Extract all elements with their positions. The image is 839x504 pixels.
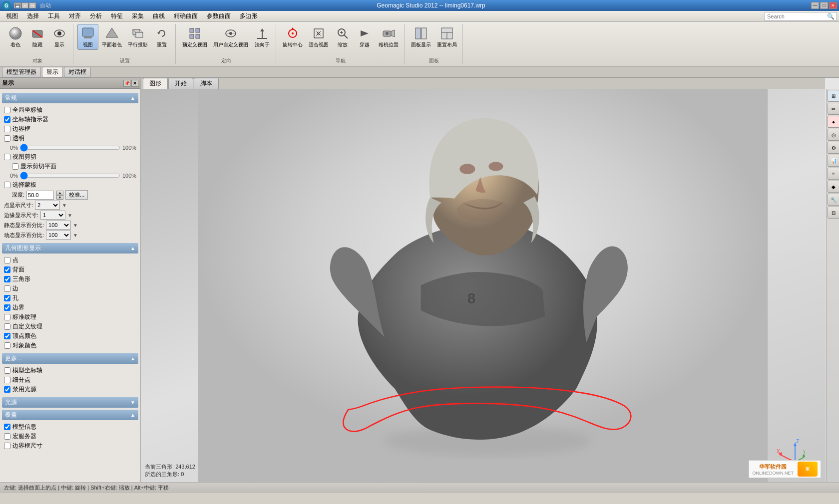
maximize-button[interactable]: □: [820, 2, 828, 9]
dynamic-percent-select[interactable]: 100755025: [46, 231, 71, 240]
triangle-checkbox[interactable]: [4, 276, 10, 282]
redo-btn[interactable]: ↪: [29, 2, 36, 8]
rt-button-9[interactable]: ⊟: [828, 207, 839, 219]
menu-item-tools[interactable]: 工具: [44, 11, 64, 21]
section-header-more: 更多... ▲: [2, 353, 138, 364]
flat-shading-button[interactable]: 平面着色: [99, 24, 124, 50]
zoom-button[interactable]: 缩放: [332, 24, 353, 50]
menu-item-curve[interactable]: 曲线: [149, 11, 169, 21]
panel-display-button[interactable]: 面板显示: [409, 24, 433, 50]
axis-indicator-checkbox[interactable]: [4, 116, 10, 123]
depth-spin-down[interactable]: ▼: [56, 195, 63, 200]
global-axis-checkbox[interactable]: [4, 107, 10, 113]
geometry-collapse-arrow[interactable]: ▲: [130, 246, 135, 251]
point-checkbox[interactable]: [4, 257, 10, 263]
point-size-select[interactable]: 21345: [35, 201, 60, 210]
view-button[interactable]: 视图: [77, 24, 98, 50]
undo-btn[interactable]: ↩: [21, 2, 28, 8]
close-button[interactable]: ✕: [829, 2, 837, 9]
custom-texture-checkbox[interactable]: [4, 323, 10, 330]
model-info-checkbox[interactable]: [4, 424, 10, 430]
rt-button-7[interactable]: ◆: [828, 181, 839, 193]
menu-item-polygon[interactable]: 多边形: [236, 11, 262, 21]
more-section-label: 更多...: [5, 354, 22, 363]
show-button[interactable]: 显示: [49, 24, 70, 50]
rt-button-5[interactable]: 📊: [828, 155, 839, 167]
rt-button-6[interactable]: ≡: [828, 168, 839, 180]
edge-checkbox[interactable]: [4, 285, 10, 292]
depth-spin-up[interactable]: ▲: [56, 191, 63, 195]
clipping-checkbox[interactable]: [4, 154, 10, 160]
menu-item-feature[interactable]: 特征: [107, 11, 127, 21]
backface-checkbox[interactable]: [4, 266, 10, 273]
tab-display[interactable]: 显示: [42, 67, 63, 77]
shading-button[interactable]: 着色: [5, 24, 26, 50]
hide-button[interactable]: 隐藏: [27, 24, 48, 50]
menu-item-select[interactable]: 选择: [23, 11, 43, 21]
more-collapse-arrow[interactable]: ▲: [130, 356, 135, 361]
edge-size-select[interactable]: 123: [40, 211, 65, 220]
clipping-slider[interactable]: [20, 172, 120, 179]
model-axis-checkbox[interactable]: [4, 367, 10, 374]
svg-rect-17: [196, 34, 200, 38]
menu-item-view[interactable]: 视图: [2, 11, 22, 21]
section-header-lighting: 光源 ▼: [2, 397, 138, 408]
quick-save-btn[interactable]: 💾: [14, 2, 21, 8]
macro-server-checkbox[interactable]: [4, 433, 10, 440]
search-box[interactable]: 🔍: [765, 12, 837, 21]
panel-close-button[interactable]: ✕: [131, 80, 138, 87]
fit-view-button[interactable]: 适合视图: [306, 24, 331, 50]
general-collapse-arrow[interactable]: ▲: [130, 95, 135, 101]
rt-button-3[interactable]: ◎: [828, 129, 839, 141]
transparent-checkbox[interactable]: [4, 135, 10, 142]
vertex-color-checkbox[interactable]: [4, 333, 10, 339]
minimize-button[interactable]: —: [811, 2, 819, 9]
panel-header-controls: 📌 ✕: [123, 80, 138, 87]
fly-through-button[interactable]: 穿越: [354, 24, 375, 50]
depth-input[interactable]: [26, 191, 54, 200]
reset-button[interactable]: 重置: [151, 24, 172, 50]
rt-button-2[interactable]: ●: [828, 116, 839, 128]
overlay-collapse-arrow[interactable]: ▲: [130, 412, 135, 418]
rt-button-8[interactable]: 🔧: [828, 194, 839, 206]
checkbox-row-edge: 边: [4, 284, 136, 293]
reset-layout-button[interactable]: 重置布局: [434, 24, 459, 50]
viewport-tab-start[interactable]: 开始: [168, 78, 193, 89]
subdivision-points-checkbox[interactable]: [4, 377, 10, 383]
panel-pin-button[interactable]: 📌: [123, 80, 130, 87]
normal-to-button[interactable]: 法向于: [252, 24, 273, 50]
camera-position-button[interactable]: 相机位置: [376, 24, 401, 50]
viewport[interactable]: 图形 开始 脚本: [141, 78, 839, 482]
lighting-collapse-arrow[interactable]: ▼: [130, 400, 135, 405]
parallel-projection-button[interactable]: 平行投影: [125, 24, 150, 50]
menu-item-param-surface[interactable]: 参数曲面: [203, 11, 235, 21]
tab-dialog[interactable]: 对话框: [64, 67, 91, 77]
predefined-view-button[interactable]: 预定义视图: [180, 24, 210, 50]
disable-lighting-checkbox[interactable]: [4, 386, 10, 393]
rotate-center-button[interactable]: 旋转中心: [280, 24, 305, 50]
navigation-group-label: 导航: [336, 56, 346, 64]
rt-button-1[interactable]: ✏: [828, 103, 839, 115]
tab-model-manager[interactable]: 模型管理器: [2, 67, 41, 77]
rt-button-4[interactable]: ⚙: [828, 142, 839, 154]
standard-texture-checkbox[interactable]: [4, 314, 10, 320]
selection-mask-checkbox[interactable]: [4, 182, 10, 188]
object-color-checkbox[interactable]: [4, 342, 10, 349]
bounding-size-checkbox[interactable]: [4, 443, 10, 449]
menu-item-precise-surface[interactable]: 精确曲面: [170, 11, 202, 21]
hole-checkbox[interactable]: [4, 295, 10, 301]
bounding-box-checkbox[interactable]: [4, 126, 10, 132]
viewport-tab-graphic[interactable]: 图形: [143, 78, 168, 89]
viewport-tab-script[interactable]: 脚本: [194, 78, 219, 89]
custom-view-button[interactable]: 用户自定义视图: [211, 24, 251, 50]
search-input[interactable]: [767, 13, 827, 19]
boundary-checkbox[interactable]: [4, 304, 10, 311]
menu-item-capture[interactable]: 采集: [128, 11, 148, 21]
show-clipping-plane-checkbox[interactable]: [12, 163, 18, 170]
menu-item-align[interactable]: 对齐: [65, 11, 85, 21]
calibrate-button[interactable]: 校准...: [65, 190, 88, 200]
rt-button-0[interactable]: ⊞: [828, 90, 839, 102]
static-percent-select[interactable]: 100755025: [46, 221, 71, 230]
transparency-slider[interactable]: [20, 144, 120, 151]
menu-item-analyze[interactable]: 分析: [86, 11, 106, 21]
